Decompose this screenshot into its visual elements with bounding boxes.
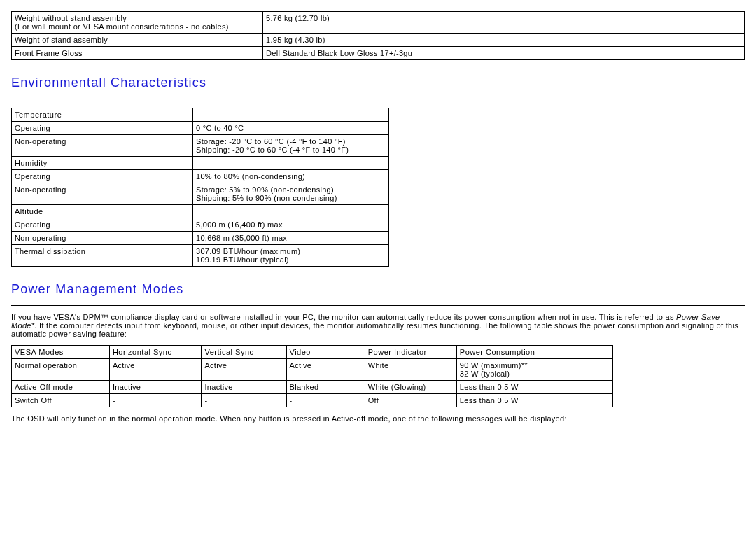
weight-label: Weight of stand assembly [12, 34, 263, 47]
power-cell: White (Glowing) [365, 381, 456, 394]
env-label: Humidity [12, 157, 193, 170]
env-label: Operating [12, 170, 193, 183]
env-label: Operating [12, 218, 193, 232]
weight-label: Front Frame Gloss [12, 47, 263, 60]
power-heading: Power Management Modes [11, 282, 745, 297]
power-cell: Less than 0.5 W [456, 394, 612, 407]
power-cell: - [109, 394, 202, 407]
env-hr [11, 99, 745, 99]
power-cell: Active [202, 359, 286, 381]
weight-value: 1.95 kg (4.30 lb) [263, 34, 745, 47]
env-table: TemperatureOperating0 °C to 40 °CNon-ope… [11, 108, 389, 267]
power-cell: Inactive [109, 381, 202, 394]
env-value: 10% to 80% (non-condensing) [193, 170, 389, 183]
env-label: Altitude [12, 205, 193, 218]
env-value: Storage: 5% to 90% (non-condensing)Shipp… [193, 183, 389, 205]
env-label: Non-operating [12, 183, 193, 205]
power-cell: - [202, 394, 286, 407]
power-header: Vertical Sync [202, 346, 286, 359]
env-value: 10,668 m (35,000 ft) max [193, 232, 389, 245]
power-cell: Normal operation [12, 359, 110, 381]
weight-table: Weight without stand assembly(For wall m… [11, 11, 745, 60]
power-intro: If you have VESA's DPM™ compliance displ… [11, 313, 745, 338]
env-label: Non-operating [12, 135, 193, 157]
power-header: Power Consumption [456, 346, 612, 359]
env-label: Operating [12, 122, 193, 135]
power-cell: Less than 0.5 W [456, 381, 612, 394]
power-cell: Off [365, 394, 456, 407]
power-cell: Blanked [286, 381, 365, 394]
env-value: Storage: -20 °C to 60 °C (-4 °F to 140 °… [193, 135, 389, 157]
power-cell: Active [286, 359, 365, 381]
power-hr [11, 305, 745, 306]
power-cell: - [286, 394, 365, 407]
power-table: VESA ModesHorizontal SyncVertical SyncVi… [11, 345, 613, 407]
power-cell: White [365, 359, 456, 381]
power-header: Video [286, 346, 365, 359]
power-footnote: The OSD will only function in the normal… [11, 414, 745, 423]
weight-value: 5.76 kg (12.70 lb) [263, 12, 745, 34]
env-value [193, 108, 389, 122]
env-label: Temperature [12, 108, 193, 122]
env-value [193, 157, 389, 170]
power-cell: Active [109, 359, 202, 381]
env-label: Thermal dissipation [12, 245, 193, 267]
env-label: Non-operating [12, 232, 193, 245]
env-value: 0 °C to 40 °C [193, 122, 389, 135]
power-cell: 90 W (maximum)**32 W (typical) [456, 359, 612, 381]
power-header: VESA Modes [12, 346, 110, 359]
env-value: 5,000 m (16,400 ft) max [193, 218, 389, 232]
env-value [193, 205, 389, 218]
env-heading: Environmentall Characteristics [11, 76, 745, 90]
weight-value: Dell Standard Black Low Gloss 17+/-3gu [263, 47, 745, 60]
power-header: Power Indicator [365, 346, 456, 359]
power-cell: Active-Off mode [12, 381, 110, 394]
env-value: 307.09 BTU/hour (maximum)109.19 BTU/hour… [193, 245, 389, 267]
power-cell: Switch Off [12, 394, 110, 407]
power-cell: Inactive [202, 381, 286, 394]
weight-label: Weight without stand assembly(For wall m… [12, 12, 263, 34]
power-header: Horizontal Sync [109, 346, 202, 359]
